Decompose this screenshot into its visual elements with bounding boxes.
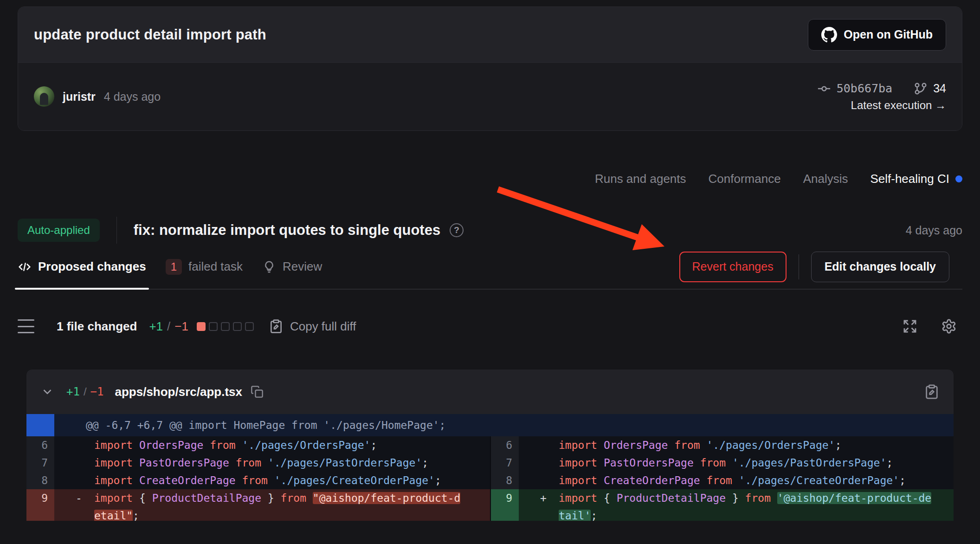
code-line: import CreateOrderPage from './pages/Cre… [94,472,490,489]
code-token: } [261,492,281,504]
copy-path-icon[interactable] [251,385,264,398]
code-token: ; [435,474,441,486]
nav-item-self-healing-ci[interactable]: Self-healing CI [870,172,962,186]
diff-toolbar: 1 file changed +1 / −1 Copy full diff [18,308,962,345]
code-token: ; [370,439,377,451]
author-name: juristr [63,90,96,104]
nav-item-runs-and-agents[interactable]: Runs and agents [595,172,686,186]
diff-line: 9+import { ProductDetailPage } from '@ai… [491,489,954,521]
diff-line: 6import OrdersPage from './pages/OrdersP… [26,436,490,454]
code-token: import [94,457,139,469]
fullscreen-icon[interactable] [902,318,918,334]
gear-icon[interactable] [941,318,957,334]
code-token: etail" [94,510,133,521]
auto-applied-badge: Auto-applied [18,219,100,242]
code-token: ; [422,457,428,469]
edit-changes-locally-button[interactable]: Edit changes locally [811,252,949,282]
code-line: import { ProductDetailPage } from '@aish… [559,489,954,521]
diff-marker [519,436,559,454]
fix-title: fix: normalize import quotes to single q… [134,222,440,239]
code-token: ; [886,457,893,469]
diff-line: 7import PastOrdersPage from './pages/Pas… [26,454,490,472]
diff-panes: 6import OrdersPage from './pages/OrdersP… [26,436,954,521]
code-token: './pages/PastOrdersPage' [732,457,886,469]
open-on-github-label: Open on GitHub [844,28,933,41]
file-diff-header[interactable]: +1 / −1 apps/shop/src/app.tsx [26,369,954,414]
help-icon[interactable]: ? [450,223,464,237]
github-icon [821,27,837,43]
diff-marker: - [54,489,94,521]
diff-marker [519,454,559,472]
code-token: from [700,474,739,486]
commit-author: juristr 4 days ago [34,86,161,107]
meter-square [221,322,230,331]
action-buttons: Revert changes Edit changes locally [679,252,962,282]
diff-marker [54,472,94,489]
latest-execution-link[interactable]: Latest execution → [851,99,946,112]
code-token: import [559,474,604,486]
commit-icon [817,82,831,96]
code-token: from [203,439,242,451]
code-token: import [559,492,604,504]
commit-hash-item[interactable]: 50b667ba [817,82,892,96]
file-stat-slash: / [84,385,87,398]
code-line: import { ProductDetailPage } from "@aish… [94,489,490,521]
meter-square [233,322,242,331]
fix-time: 4 days ago [906,224,962,237]
code-token: tail' [559,510,591,521]
nav-item-analysis[interactable]: Analysis [803,172,848,186]
commit-meta-row: juristr 4 days ago 50b667ba 34 Latest ex… [18,63,962,130]
diff-marker [54,454,94,472]
file-list-menu-icon[interactable] [18,319,34,333]
code-token: PastOrdersPage [604,457,694,469]
diff-card: +1 / −1 apps/shop/src/app.tsx @@ -6,7 +6… [26,369,954,521]
tab-review[interactable]: Review [262,245,322,289]
code-token: CreateOrderPage [139,474,236,486]
code-token: ; [835,439,841,451]
commit-details: 50b667ba 34 Latest execution → [817,82,946,112]
code-token: } [726,492,745,504]
copy-full-diff-label: Copy full diff [290,319,356,334]
meter-square [245,322,254,331]
open-on-github-button[interactable]: Open on GitHub [808,19,946,51]
copy-file-diff-icon[interactable] [924,384,940,400]
code-token: './pages/PastOrdersPage' [268,457,422,469]
copy-full-diff-button[interactable]: Copy full diff [269,319,356,334]
diff-line: 6import OrdersPage from './pages/OrdersP… [491,436,954,454]
code-token: import [94,474,139,486]
tab-failed-task[interactable]: 1 failed task [166,245,243,289]
tabs: Proposed changes 1 failed task Review [18,245,322,289]
chevron-down-icon[interactable] [40,385,54,399]
nav-item-label: Self-healing CI [870,172,949,186]
code-token: from [745,492,777,504]
file-additions: +1 [66,385,80,398]
branch-count-item[interactable]: 34 [914,82,946,96]
tab-proposed-changes[interactable]: Proposed changes [18,245,146,289]
code-token: ProductDetailPage [152,492,261,504]
revert-changes-button[interactable]: Revert changes [679,252,787,282]
code-line: import OrdersPage from './pages/OrdersPa… [559,436,954,454]
code-token: '@aishop/feat-product-de [777,492,931,504]
git-branch-icon [914,82,928,96]
code-icon [18,260,32,274]
code-token: from [236,474,274,486]
lightbulb-icon [262,260,276,274]
nav-item-conformance[interactable]: Conformance [709,172,781,186]
hunk-text: @@ -6,7 +6,7 @@ import HomePage from './… [54,419,445,431]
avatar[interactable] [34,86,54,107]
additions-count: +1 [149,319,163,334]
code-token: import [559,439,604,451]
active-nav-dot-icon [955,175,962,182]
code-token: from [281,492,313,504]
diff-marker [519,472,559,489]
meter-square [209,322,218,331]
diff-marker [54,436,94,454]
divider [116,217,117,244]
commit-card: update product detail import path Open o… [18,6,962,131]
commit-hash: 50b667ba [837,82,892,95]
code-token: { [604,492,617,504]
stat-slash: / [167,319,170,334]
line-number: 9 [491,489,519,521]
code-token: ; [899,474,906,486]
code-token: import [94,439,139,451]
